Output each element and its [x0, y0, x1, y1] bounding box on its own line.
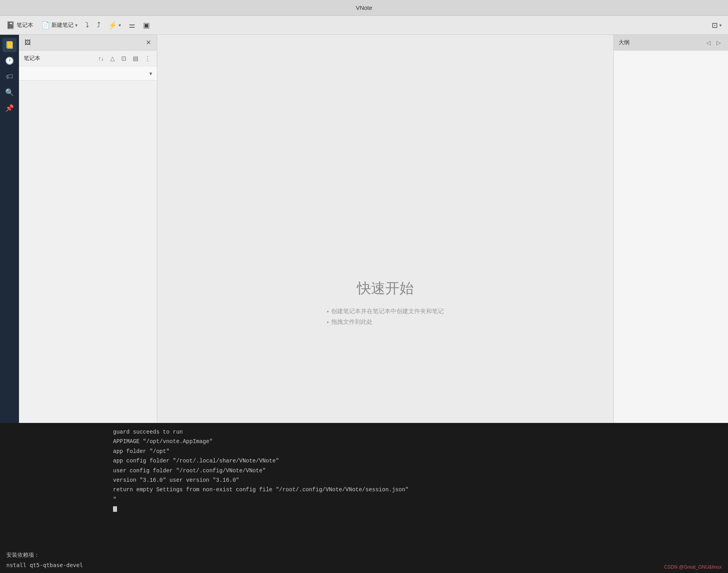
menu-notebook[interactable]: 📓 笔记本: [3, 19, 36, 31]
chevron-left-icon: ◁: [706, 39, 711, 46]
terminal-line-4: user config folder "/root/.config/VNote/…: [113, 466, 722, 475]
terminal-line-5: version "3.16.0" user version "3.16.0": [113, 476, 722, 485]
notebook-menu-icon: 📓: [6, 21, 15, 30]
filter-icon[interactable]: △: [109, 54, 117, 63]
search-icon: 🔍: [5, 88, 14, 97]
menu-flash[interactable]: ⚡ ▾: [105, 19, 124, 31]
pinned-icon: 📌: [5, 104, 14, 113]
sidebar-item-tags[interactable]: 🏷: [2, 70, 17, 84]
sidebar-item-history[interactable]: 🕐: [2, 54, 17, 68]
menu-bar: 📓 笔记本 📄 新建笔记 ▾ ⤵ ⤴ ⚡ ▾ ⚌ ▣ ⊡ ▾: [0, 16, 728, 35]
welcome-item-1: 创建笔记本并在笔记本中创建文件夹和笔记: [327, 308, 444, 315]
magic-icon: ⚌: [129, 21, 135, 30]
tags-icon: 🏷: [6, 73, 13, 81]
panel-toolbar: 笔记本 ↑↓ △ ⊡ ▤ ⋮: [19, 51, 157, 66]
close-icon: ✕: [146, 39, 151, 46]
menu-new-note-label: 新建笔记: [51, 22, 74, 29]
outline-header: 大纲 ◁ ▷: [614, 35, 728, 51]
welcome-item-2-text: 拖拽文件到此处: [331, 318, 373, 326]
title-bar: VNote: [0, 0, 728, 16]
expand-icon: ⊡: [712, 21, 718, 30]
pin-icon: 🖼: [25, 39, 31, 46]
terminal-line-7: ": [113, 495, 722, 504]
list-icon[interactable]: ▤: [131, 54, 140, 63]
sidebar-item-notebook[interactable]: 📒: [2, 38, 17, 52]
terminal-line-3: app config folder "/root/.local/share/VN…: [113, 457, 722, 465]
welcome-section: 快速开始 创建笔记本并在笔记本中创建文件夹和笔记 拖拽文件到此处: [311, 263, 460, 345]
menu-notebook-label: 笔记本: [17, 22, 33, 29]
sidebar-item-pinned[interactable]: 📌: [2, 101, 17, 115]
more-icon[interactable]: ⋮: [143, 54, 152, 63]
terminal-main[interactable]: guard succeeds to run APPIMAGE "/opt/vno…: [107, 423, 728, 573]
panel-dropdown[interactable]: ▾: [19, 66, 157, 81]
outline-nav-buttons: ◁ ▷: [703, 38, 723, 47]
terminal-line-6: return empty Settings from non-exist con…: [113, 485, 722, 494]
welcome-item-2: 拖拽文件到此处: [327, 318, 444, 326]
menu-bar-right: ⊡ ▾: [709, 19, 725, 31]
welcome-list: 创建笔记本并在笔记本中创建文件夹和笔记 拖拽文件到此处: [327, 308, 444, 326]
flash-icon: ⚡: [108, 21, 117, 30]
sidebar-item-search[interactable]: 🔍: [2, 85, 17, 100]
menu-panel[interactable]: ▣: [140, 19, 153, 31]
terminal-line-2: app folder "/opt": [113, 447, 722, 456]
terminal-footer: CSDN @Great_GNU&linux: [664, 564, 722, 570]
flash-dropdown-icon: ▾: [119, 23, 121, 28]
terminal-left-gutter: 安装依赖项： nstall qt5-qtbase-devel: [0, 423, 107, 573]
menu-new-note[interactable]: 📄 新建笔记 ▾: [38, 19, 81, 31]
dropdown-arrow-icon: ▾: [149, 70, 152, 77]
terminal-line-1: APPIMAGE "/opt/vnote.AppImage": [113, 437, 722, 446]
export-icon: ⤴: [97, 21, 100, 29]
outline-nav-left[interactable]: ◁: [703, 38, 713, 47]
welcome-item-1-text: 创建笔记本并在笔记本中创建文件夹和笔记: [331, 308, 444, 315]
install-label: 安装依赖项：: [0, 552, 107, 562]
panel-header: 🖼 ✕: [19, 35, 157, 51]
outline-content: [614, 51, 728, 479]
terminal-line-0: guard succeeds to run: [113, 428, 722, 436]
sort-icon[interactable]: ↑↓: [96, 54, 106, 62]
menu-right-icon[interactable]: ⊡ ▾: [709, 19, 725, 31]
chevron-right-icon: ▷: [717, 39, 721, 46]
view-icon[interactable]: ⊡: [120, 54, 128, 63]
terminal-cursor: [113, 506, 117, 512]
panel-pin-button[interactable]: 🖼: [22, 37, 33, 48]
import-icon: ⤵: [85, 21, 89, 29]
menu-import[interactable]: ⤵: [82, 19, 92, 31]
panel-icon: ▣: [143, 21, 150, 30]
notebook-view-icon: 📒: [5, 41, 14, 49]
history-icon: 🕐: [5, 56, 14, 65]
panel-toolbar-label: 笔记本: [24, 55, 93, 62]
expand-dropdown: ▾: [719, 23, 722, 28]
outline-title: 大纲: [619, 39, 703, 46]
menu-export[interactable]: ⤴: [94, 19, 104, 31]
menu-magic[interactable]: ⚌: [126, 19, 138, 31]
panel-close-button[interactable]: ✕: [143, 37, 154, 48]
outline-nav-right[interactable]: ▷: [714, 38, 723, 47]
install-cmd: nstall qt5-qtbase-devel: [0, 562, 107, 568]
menu-new-note-dropdown: ▾: [75, 23, 77, 28]
welcome-title: 快速开始: [327, 279, 444, 298]
terminal-section: 安装依赖项： nstall qt5-qtbase-devel guard suc…: [0, 423, 728, 573]
new-note-icon: 📄: [41, 21, 50, 30]
app-title: VNote: [356, 4, 372, 11]
